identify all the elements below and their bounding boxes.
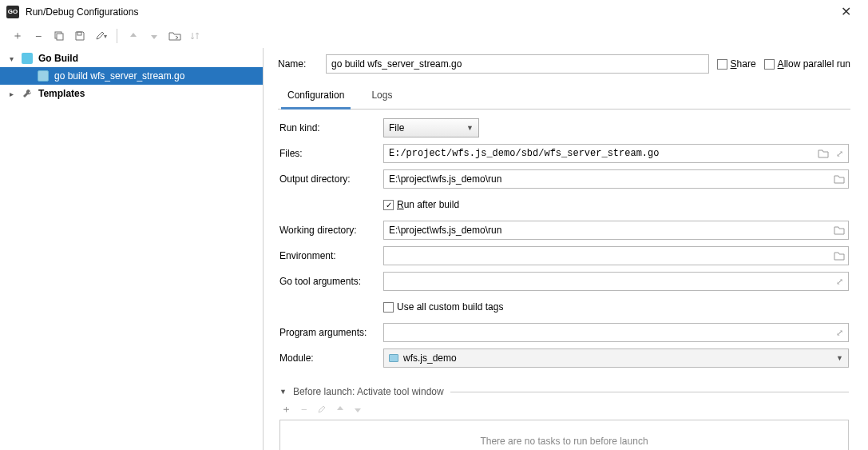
run-after-build-label: Run after build [397, 199, 459, 210]
name-input[interactable] [326, 54, 709, 74]
remove-configuration-button[interactable]: − [32, 30, 45, 42]
expand-field-icon[interactable]: ⤢ [834, 276, 845, 287]
before-launch-header[interactable]: ▼ Before launch: Activate tool window [279, 386, 849, 397]
browse-folder-icon[interactable] [834, 250, 845, 261]
checkbox-icon [764, 59, 775, 70]
run-after-build-checkbox[interactable]: Run after build [383, 199, 459, 210]
output-dir-value: E:\project\wfs.js_demo\run [389, 173, 501, 185]
copy-configuration-button[interactable] [53, 30, 65, 42]
output-dir-field[interactable]: E:\project\wfs.js_demo\run [383, 169, 849, 189]
configuration-form: Run kind: File ▼ Files: E:/project/wfs.j… [278, 110, 850, 450]
files-label: Files: [279, 148, 383, 159]
svg-rect-1 [57, 34, 63, 40]
move-to-folder-button[interactable] [168, 30, 181, 42]
tree-node-templates[interactable]: ▸ Templates [0, 85, 263, 102]
files-value: E:/project/wfs.js_demo/sbd/wfs_server_st… [389, 148, 659, 159]
program-args-label: Program arguments: [279, 327, 383, 338]
expand-field-icon[interactable]: ⤢ [834, 327, 845, 338]
expand-field-icon[interactable]: ⤢ [834, 148, 845, 159]
move-down-button[interactable] [148, 30, 161, 42]
checkbox-checked-icon [383, 200, 394, 210]
toolbar-separator [117, 29, 117, 43]
run-kind-label: Run kind: [279, 122, 383, 133]
before-launch-title: Before launch: Activate tool window [293, 386, 444, 397]
edit-defaults-button[interactable]: ▾ [94, 30, 107, 42]
disclosure-triangle-icon: ▼ [279, 388, 287, 396]
allow-parallel-label: Allow parallel run [778, 58, 850, 70]
use-custom-tags-label: Use all custom build tags [397, 301, 503, 313]
tree-node-go-build[interactable]: ▾ Go Build [0, 50, 263, 67]
sidebar-toolbar: ＋ − ▾ [0, 24, 868, 48]
tree-node-go-build-child[interactable]: go build wfs_server_stream.go [0, 67, 263, 85]
move-up-button[interactable] [127, 30, 140, 42]
go-tool-args-field[interactable]: ⤢ [383, 272, 849, 291]
go-file-icon [37, 70, 50, 82]
wrench-icon [21, 87, 34, 100]
configuration-panel: Name: Share Allow parallel run Configura… [264, 48, 868, 450]
allow-parallel-checkbox[interactable]: Allow parallel run [764, 58, 850, 70]
go-build-icon [21, 52, 34, 65]
svg-rect-2 [77, 32, 81, 35]
run-kind-select[interactable]: File ▼ [383, 118, 479, 137]
add-configuration-button[interactable]: ＋ [11, 30, 24, 42]
checkbox-icon [717, 59, 727, 70]
move-task-down-button[interactable] [354, 405, 362, 413]
tab-logs[interactable]: Logs [365, 85, 398, 110]
output-dir-label: Output directory: [279, 173, 383, 185]
browse-folder-icon[interactable] [834, 225, 845, 236]
chevron-right-icon: ▸ [6, 90, 16, 98]
tree-label-templates: Templates [38, 88, 85, 99]
module-label: Module: [279, 352, 383, 364]
files-field[interactable]: E:/project/wfs.js_demo/sbd/wfs_server_st… [383, 144, 849, 163]
before-launch-toolbar: ＋ − [279, 397, 849, 420]
remove-task-button[interactable]: − [301, 404, 307, 416]
run-kind-value: File [389, 122, 404, 133]
edit-task-button[interactable] [317, 404, 327, 414]
browse-folder-icon[interactable] [818, 148, 829, 159]
chevron-down-icon: ▼ [466, 124, 474, 132]
checkbox-icon [383, 302, 394, 313]
chevron-down-icon: ▾ [6, 54, 16, 63]
divider-line [450, 392, 849, 392]
tree-label-child: go build wfs_server_stream.go [54, 70, 184, 82]
working-dir-label: Working directory: [279, 225, 383, 236]
program-args-field[interactable]: ⤢ [383, 323, 849, 342]
sort-button[interactable] [189, 30, 202, 42]
close-button[interactable]: ✕ [830, 4, 862, 19]
name-label: Name: [278, 58, 318, 70]
chevron-down-icon: ▼ [836, 354, 843, 362]
browse-folder-icon[interactable] [834, 173, 845, 185]
add-task-button[interactable]: ＋ [281, 402, 291, 416]
tab-configuration[interactable]: Configuration [281, 85, 351, 110]
empty-tasks-text: There are no tasks to run before launch [480, 436, 648, 447]
before-launch-tasks-empty: There are no tasks to run before launch [279, 420, 849, 450]
module-value: wfs.js_demo [403, 352, 457, 364]
titlebar: GO Run/Debug Configurations ✕ [0, 0, 868, 24]
environment-label: Environment: [279, 250, 383, 261]
go-tool-args-label: Go tool arguments: [279, 276, 383, 287]
module-select[interactable]: wfs.js_demo ▼ [383, 348, 849, 368]
tabs: Configuration Logs [278, 85, 850, 110]
working-dir-field[interactable]: E:\project\wfs.js_demo\run [383, 221, 849, 240]
tree-label-go-build: Go Build [38, 53, 78, 64]
share-checkbox[interactable]: Share [717, 58, 756, 70]
working-dir-value: E:\project\wfs.js_demo\run [389, 225, 501, 236]
module-folder-icon [389, 354, 398, 362]
save-configuration-button[interactable] [73, 30, 86, 42]
environment-field[interactable] [383, 246, 849, 265]
window-title: Run/Debug Configurations [26, 6, 830, 18]
share-label: Share [731, 58, 756, 70]
configurations-tree: ▾ Go Build go build wfs_server_stream.go… [0, 48, 264, 450]
move-task-up-button[interactable] [336, 405, 344, 413]
app-icon: GO [6, 6, 19, 18]
use-custom-tags-checkbox[interactable]: Use all custom build tags [383, 301, 503, 313]
